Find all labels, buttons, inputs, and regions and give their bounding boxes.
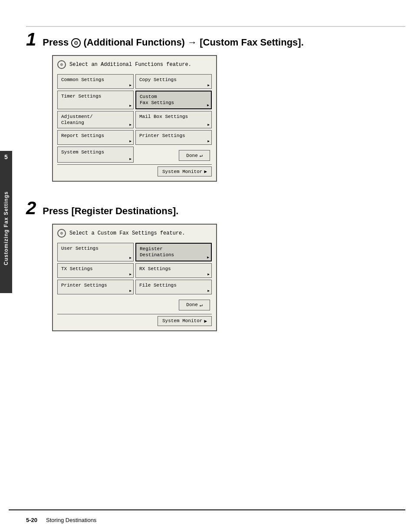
step2-number: 2	[26, 199, 36, 217]
report-settings-button[interactable]: Report Settings	[57, 130, 134, 145]
timer-settings-button[interactable]: Timer Settings	[57, 91, 134, 109]
main-content: 1 Press ⊙ (Additional Functions) → [Cust…	[26, 30, 405, 349]
adjustment-cleaning-button[interactable]: Adjustment/Cleaning	[57, 111, 134, 129]
sidebar-number: 5	[0, 151, 12, 163]
lcd1-header: ⊙ Select an Additional Functions feature…	[57, 60, 212, 71]
sidebar-tab: Customizing Fax Settings	[0, 163, 12, 293]
top-line	[26, 26, 405, 27]
lcd-screen-2: ⊙ Select a Custom Fax Settings feature. …	[52, 224, 217, 331]
system-monitor-row-1: System Monitor ▶	[57, 164, 212, 176]
register-destinations-button[interactable]: RegisterDestinations	[135, 243, 212, 261]
step1-header: 1 Press ⊙ (Additional Functions) → [Cust…	[26, 30, 405, 49]
lcd-screen-1: ⊙ Select an Additional Functions feature…	[52, 55, 217, 182]
file-settings-button[interactable]: File Settings	[135, 280, 212, 294]
step1-title: Press ⊙ (Additional Functions) → [Custom…	[43, 37, 303, 48]
empty-cell	[57, 296, 134, 312]
bottom-line	[9, 509, 405, 510]
tx-settings-button[interactable]: TX Settings	[57, 263, 134, 278]
done-cell-1: Done ↵	[135, 148, 212, 163]
lcd2-header: ⊙ Select a Custom Fax Settings feature.	[57, 229, 212, 239]
step1-section: 1 Press ⊙ (Additional Functions) → [Cust…	[26, 30, 405, 182]
enter-icon-2: ↵	[200, 302, 203, 308]
additional-functions-icon: ⊙	[71, 38, 81, 48]
lcd2-title: Select a Custom Fax Settings feature.	[69, 230, 185, 236]
user-settings-button[interactable]: User Settings	[57, 243, 134, 261]
mail-box-settings-button[interactable]: Mail Box Settings	[135, 111, 212, 129]
step2-header: 2 Press [Register Destinations].	[26, 199, 405, 217]
done-button-1[interactable]: Done ↵	[179, 150, 210, 161]
system-settings-button[interactable]: System Settings	[57, 147, 134, 163]
common-settings-button[interactable]: Common Settings	[57, 74, 134, 89]
system-monitor-button-1[interactable]: System Monitor ▶	[158, 166, 212, 176]
custom-fax-settings-button[interactable]: CustomFax Settings	[135, 91, 212, 109]
step1-number: 1	[26, 30, 36, 49]
step2-section: 2 Press [Register Destinations]. ⊙ Selec…	[26, 199, 405, 331]
system-monitor-row-2: System Monitor ▶	[57, 314, 212, 326]
step2-title: Press [Register Destinations].	[43, 206, 178, 217]
lcd1-icon: ⊙	[57, 60, 66, 69]
page-number: 5-20	[26, 517, 37, 523]
lcd1-title: Select an Additional Functions feature.	[69, 62, 191, 68]
page-info: 5-20 Storing Destinations	[26, 517, 96, 523]
system-monitor-arrow-1: ▶	[204, 169, 207, 174]
lcd2-icon: ⊙	[57, 229, 66, 238]
done-button-2[interactable]: Done ↵	[179, 300, 210, 310]
printer-settings-button-1[interactable]: Printer Settings	[135, 130, 212, 145]
printer-settings-button-2[interactable]: Printer Settings	[57, 280, 134, 294]
system-monitor-button-2[interactable]: System Monitor ▶	[158, 316, 212, 326]
done-cell-2: Done ↵	[135, 298, 212, 312]
enter-icon-1: ↵	[200, 152, 203, 159]
lcd1-button-grid: Common Settings Copy Settings Timer Sett…	[57, 74, 212, 163]
sidebar-label: Customizing Fax Settings	[3, 191, 9, 265]
copy-settings-button[interactable]: Copy Settings	[135, 74, 212, 89]
lcd2-button-grid: User Settings RegisterDestinations TX Se…	[57, 243, 212, 312]
rx-settings-button[interactable]: RX Settings	[135, 263, 212, 278]
system-monitor-arrow-2: ▶	[204, 318, 207, 324]
page-description: Storing Destinations	[46, 517, 96, 523]
